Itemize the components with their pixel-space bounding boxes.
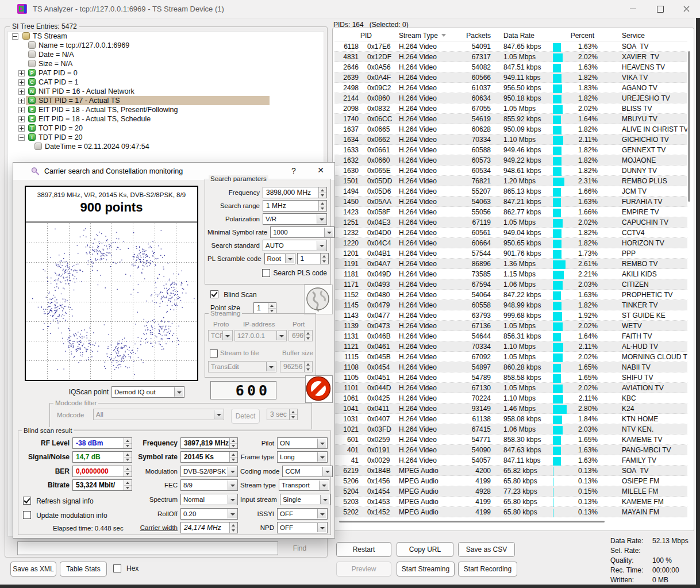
combo-box[interactable]: V/R xyxy=(263,213,327,225)
tree-item[interactable]: EEIT PID = 18 - Actual TS, Schedule xyxy=(8,114,324,124)
table-row[interactable]: 20980x0832H.264 Video670551.05 Mbps2.02%… xyxy=(334,103,687,114)
combo-box[interactable]: ON xyxy=(277,437,328,449)
spinner-buttons[interactable] xyxy=(320,253,328,264)
combo-box[interactable]: DVB-S2/8PSK xyxy=(180,466,238,477)
expand-icon[interactable] xyxy=(18,70,25,76)
table-row[interactable]: 14230x058FH.264 Video55056862.77 kbps1.6… xyxy=(334,207,687,217)
tree-item[interactable]: Name = tcp://127.0.0.1:6969 xyxy=(8,41,324,50)
table-row[interactable]: 11050x0451H.264 Video54789858.58 kbps1.6… xyxy=(334,372,687,383)
table-row[interactable]: 11450x0479H.264 Video60558948.99 kbps1.8… xyxy=(334,300,687,310)
table-row[interactable]: 16300x065EH.264 Video60534948.61 kbps1.8… xyxy=(334,166,687,176)
table-row[interactable]: 4010x0191H.264 Video54090847.63 kbps1.63… xyxy=(334,445,687,455)
update-modulation-checkbox[interactable] xyxy=(23,511,31,519)
spin-field[interactable]: 14,7 dB xyxy=(72,451,132,463)
expand-icon[interactable] xyxy=(18,107,25,113)
expand-icon[interactable] xyxy=(18,125,25,132)
tree-item[interactable]: DateTime = 02.11.2024 09:47:54 xyxy=(8,142,324,151)
maximize-button[interactable] xyxy=(647,0,672,18)
search-pls-checkbox[interactable] xyxy=(262,269,270,277)
combo-box[interactable]: Long xyxy=(277,451,328,463)
help-button[interactable]: ? xyxy=(289,166,299,175)
spinner-buttons[interactable] xyxy=(318,187,326,198)
column-packets[interactable]: Packets xyxy=(455,32,493,40)
table-row[interactable]: 10410x0411H.264 Video931491.46 Mbps2.80%… xyxy=(334,403,687,414)
combo-box[interactable]: CCM xyxy=(282,466,333,477)
dialog-title-bar[interactable]: Carrier search and Constellation monitor… xyxy=(13,163,334,180)
spinner-buttons[interactable] xyxy=(124,466,132,476)
tree-item[interactable]: TTOT PID = 20 xyxy=(8,124,324,133)
spinner-buttons[interactable] xyxy=(229,438,237,448)
spin-field[interactable]: 1 xyxy=(297,253,329,264)
table-row[interactable]: 61180x17E6H.264 Video54091847.65 kbps1.6… xyxy=(334,41,687,52)
scrollbar-thumb[interactable] xyxy=(688,51,690,202)
save-as-xml-button[interactable]: Save as XML xyxy=(10,562,56,577)
restart-button[interactable]: Restart xyxy=(336,542,391,557)
spin-field[interactable]: -38 dBm xyxy=(72,437,132,449)
table-row[interactable]: 14940x05D6H.264 Video55207865.13 kbps1.6… xyxy=(334,186,687,197)
table-row[interactable]: 24980x09C2H.264 Video61037956.50 kbps1.8… xyxy=(334,83,687,93)
combo-box[interactable]: 0.20 xyxy=(180,508,238,520)
table-row[interactable]: 10210x03FDH.264 Video674151.06 Mbps2.03%… xyxy=(334,424,687,435)
blind-scan-checkbox[interactable] xyxy=(210,290,218,298)
globe-button[interactable] xyxy=(304,285,333,314)
column-percent[interactable]: Percent xyxy=(551,32,617,40)
table-row[interactable]: 10610x0425H.264 Video702241.10 Mbps2.11%… xyxy=(334,393,687,403)
combo-box[interactable]: Root xyxy=(264,253,295,264)
pid-table-header[interactable]: PID Stream Type Packets Data Rate Percen… xyxy=(334,30,687,41)
table-row[interactable]: 17400x06CCH.264 Video54619855.92 kbps1.6… xyxy=(334,114,687,124)
table-row[interactable]: 6010x0259H.264 Video54771858.30 kbps1.65… xyxy=(334,435,687,445)
expand-icon[interactable] xyxy=(18,98,25,104)
table-row[interactable]: 11010x044DH.264 Video671301.05 Mbps2.02%… xyxy=(334,383,687,393)
save-as-csv-button[interactable]: Save as CSV xyxy=(458,542,515,557)
table-row[interactable]: 12010x04B1H.264 Video57544901.76 kbps1.7… xyxy=(334,248,687,259)
table-row[interactable]: 48310x12DFH.264 Video673171.05 Mbps2.02%… xyxy=(334,52,687,62)
table-row[interactable]: 52030x1453MPEG Audio419965.80 kbps0.13%K… xyxy=(334,497,687,507)
expand-icon[interactable] xyxy=(18,79,25,86)
spin-field[interactable]: 1 xyxy=(253,302,276,314)
combo-box[interactable]: 8/9 xyxy=(180,479,238,491)
spinner-buttons[interactable] xyxy=(318,201,326,211)
combo-box[interactable]: AUTO xyxy=(263,240,327,251)
spinner-buttons[interactable] xyxy=(268,303,276,313)
table-row[interactable]: 11910x04A7H.264 Video868961.36 Mbps2.61%… xyxy=(334,259,687,269)
find-button[interactable]: Find xyxy=(280,541,319,556)
vertical-scrollbar[interactable] xyxy=(688,32,690,526)
close-button[interactable] xyxy=(674,0,699,18)
tree-item[interactable]: Size = N/A xyxy=(8,59,324,68)
table-row[interactable]: 10310x0407H.264 Video61138958.08 kbps1.8… xyxy=(334,414,687,424)
combo-box[interactable]: OFF xyxy=(277,522,328,533)
tree-item[interactable]: NNIT PID = 16 - Actual Network xyxy=(8,87,324,96)
table-row[interactable]: 26390x0A4FH.264 Video60566949.11 kbps1.8… xyxy=(334,72,687,83)
minimize-button[interactable] xyxy=(620,0,645,18)
table-row[interactable]: 12510x04E3H.264 Video671191.05 Mbps2.02%… xyxy=(334,217,687,228)
combo-box[interactable]: Single xyxy=(280,494,330,505)
hex-checkbox[interactable] xyxy=(113,564,121,572)
spin-field[interactable]: 3898,000 MHz xyxy=(263,187,327,198)
column-service[interactable]: Service xyxy=(617,32,687,40)
table-row[interactable]: 11810x049DH.264 Video735851.15 Mbps2.21%… xyxy=(334,269,687,279)
combo-box[interactable]: 1000 xyxy=(270,226,334,238)
table-row[interactable]: 11150x045BH.264 Video670921.05 Mbps2.02%… xyxy=(334,352,687,362)
tree-item[interactable]: TS Stream xyxy=(8,32,324,41)
tree-item[interactable]: SSDT PID = 17 - Actual TS xyxy=(8,96,324,105)
collapse-icon[interactable] xyxy=(18,134,25,141)
spin-field[interactable]: 1 MHz xyxy=(263,200,327,212)
tree-item[interactable]: Date = N/A xyxy=(8,50,324,59)
column-stream-type[interactable]: Stream Type xyxy=(398,32,455,40)
copy-url-button[interactable]: Copy URL xyxy=(397,542,453,557)
table-row[interactable]: 15010x05DDH.264 Video768211.20 Mbps2.31%… xyxy=(334,176,687,186)
spin-field[interactable]: 20145 Ks xyxy=(180,451,238,463)
table-row[interactable]: 11710x0493H.264 Video675941.06 Mbps2.03%… xyxy=(334,279,687,290)
tree-item[interactable]: CCAT PID = 1 xyxy=(8,78,324,87)
table-row[interactable]: 16330x0661H.264 Video60588949.46 kbps1.8… xyxy=(334,145,687,155)
expand-icon[interactable] xyxy=(18,116,25,122)
start-recording-button[interactable]: Start Recording xyxy=(458,562,517,577)
spin-field[interactable]: 53,324 Mbit/ xyxy=(72,479,132,491)
dialog-close-button[interactable]: ✕ xyxy=(315,166,326,175)
spinner-buttons[interactable] xyxy=(124,452,132,462)
table-row[interactable]: 26460x0A56H.264 Video54082847.51 kbps1.6… xyxy=(334,62,687,72)
table-row[interactable]: 11210x0461H.264 Video703341.10 Mbps2.11%… xyxy=(334,341,687,352)
combo-box[interactable]: Transport xyxy=(279,479,329,491)
combo-box[interactable]: Demod IQ out xyxy=(111,386,184,398)
table-row[interactable]: 11520x0480H.264 Video54064847.22 kbps1.6… xyxy=(334,290,687,300)
